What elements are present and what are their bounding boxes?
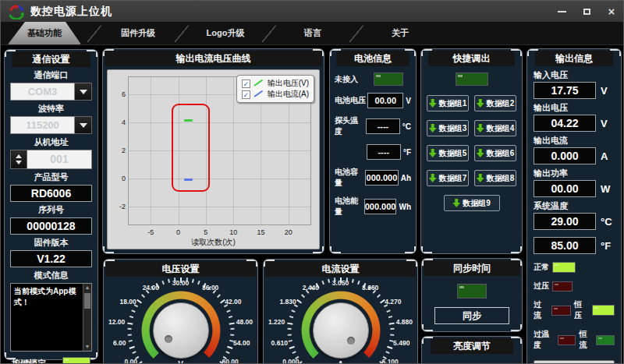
row-value: 29.00 <box>534 213 596 230</box>
download-icon <box>429 124 437 133</box>
slave-address-stepper[interactable]: 001 <box>10 150 92 169</box>
row-unit: V <box>406 97 411 105</box>
row-value: 000.000 <box>364 199 397 214</box>
legend-entry-current: ✓ 输出电流(A) <box>242 89 309 100</box>
status-label: 正常 <box>534 262 549 273</box>
battery-status-indicator <box>374 72 403 86</box>
voltage-knob[interactable] <box>153 302 209 359</box>
normal-indicator <box>552 262 576 273</box>
keylock-row: 按键锁定 <box>10 355 92 364</box>
constant-voltage-indicator <box>592 305 615 316</box>
panel-title: 电压设置 <box>105 261 256 277</box>
panel-output-info: 输出信息 输入电压 17.75 V 输出电压 04.22 V 输出电流 0.00… <box>526 48 622 364</box>
panel-title: 电池信息 <box>336 51 410 66</box>
checkbox-checked-icon[interactable]: ✓ <box>242 80 250 88</box>
legend-label: 输出电流(A) <box>268 89 309 100</box>
data-group-8-button[interactable]: 数据组8 <box>474 170 516 186</box>
tab-language[interactable]: 语言 <box>282 22 343 44</box>
data-group-4-button[interactable]: 数据组4 <box>474 120 516 136</box>
row-unit: °C <box>402 122 411 131</box>
series-sample-voltage <box>254 80 264 87</box>
scale-label: 60.00 <box>222 358 239 364</box>
keylock-indicator <box>62 357 90 364</box>
panel-title: 亮度调节 <box>431 338 513 354</box>
panel-output-curve: 输出电流电压曲线 -20246-505101520 读取次数(次) ✓ 输出电压… <box>102 48 324 254</box>
sync-button[interactable]: 同步 <box>434 307 509 324</box>
comm-port-select[interactable]: COM3 <box>10 83 92 101</box>
panel-title: 输出电流电压曲线 <box>105 51 322 66</box>
scale-label: 2.440 <box>303 284 319 292</box>
tab-logo-upgrade[interactable]: Logo升级 <box>195 22 256 44</box>
download-icon <box>477 124 484 133</box>
status-overtemp-cc-row: 过温度 恒流 <box>534 329 615 351</box>
system-temp-label: 系统温度 <box>534 200 615 212</box>
tab-firmware-upgrade[interactable]: 固件升级 <box>108 22 168 44</box>
series-sample-current <box>254 90 264 98</box>
overvoltage-indicator <box>552 281 573 292</box>
data-group-9-button[interactable]: 数据组9 <box>444 195 500 211</box>
close-icon[interactable]: × <box>604 5 619 18</box>
status-label: 恒流 <box>579 329 593 351</box>
stepper-arrows-icon[interactable] <box>10 150 27 169</box>
status-overcurrent-cv-row: 过流 恒压 <box>534 299 615 321</box>
scale-label: 6.100 <box>382 358 399 364</box>
knob-unit-label: A <box>338 360 343 364</box>
row-unit: W <box>601 183 610 195</box>
scale-label: 6.00 <box>113 339 126 347</box>
data-group-1-button[interactable]: 数据组1 <box>427 95 469 111</box>
panel-current-setting: 电流设置 0.000 0.610 1.220 1.830 2.440 3.050… <box>263 259 418 364</box>
baud-rate-label: 波特率 <box>10 103 92 115</box>
output-power-label: 输出功率 <box>534 168 615 179</box>
row-unit: Wh <box>399 203 411 211</box>
scrollbar-thumb[interactable] <box>84 293 90 309</box>
scale-label: 42.00 <box>225 298 241 306</box>
scroll-down-icon[interactable]: ▼ <box>83 343 91 351</box>
tab-about[interactable]: 关于 <box>370 22 431 44</box>
checkbox-checked-icon[interactable]: ✓ <box>242 90 250 99</box>
download-icon <box>477 149 484 157</box>
scrollbar[interactable]: ▲ ▼ <box>83 284 91 351</box>
battery-energy-row: 电池能量 000.000 Wh <box>335 196 411 217</box>
tab-separator <box>256 22 282 44</box>
chevron-down-icon[interactable] <box>75 116 92 134</box>
tab-basic-functions[interactable]: 基础功能 <box>8 22 81 44</box>
app-logo-icon <box>7 4 26 19</box>
row-unit: °F <box>601 240 611 252</box>
row-unit: A <box>601 150 608 162</box>
scroll-up-icon[interactable]: ▲ <box>83 284 91 292</box>
input-voltage-row: 17.75 V <box>534 82 615 99</box>
tab-separator <box>81 22 108 44</box>
data-group-3-button[interactable]: 数据组3 <box>427 120 469 136</box>
data-group-grid: 数据组1 数据组2 数据组3 数据组4 数据组5 数据组6 数据组7 数据组8 <box>427 95 516 186</box>
chart-legend: ✓ 输出电压(V) ✓ 输出电流(A) <box>236 75 314 103</box>
current-knob[interactable] <box>313 302 369 359</box>
download-icon <box>452 199 460 207</box>
mode-info-message: 当前模式为App模式！ <box>14 287 76 306</box>
scale-label: 0.00 <box>125 358 138 364</box>
row-value: 000.000 <box>365 170 399 186</box>
scale-label: 4.880 <box>396 318 413 326</box>
row-value: 04.22 <box>534 115 596 132</box>
not-connected-label: 未接入 <box>335 74 369 85</box>
data-group-7-button[interactable]: 数据组7 <box>427 170 469 186</box>
download-icon <box>429 99 437 108</box>
data-group-2-button[interactable]: 数据组2 <box>474 95 516 111</box>
output-close-button[interactable]: 关闭 <box>534 360 615 364</box>
baud-rate-select[interactable]: 115200 <box>10 116 92 134</box>
battery-capacity-row: 电池容量 000.000 Ah <box>335 167 411 189</box>
voltage-knob-zone: 0.00 6.00 12.00 18.00 24.00 30.00 36.00 … <box>110 278 252 364</box>
scale-label: 36.00 <box>202 284 218 292</box>
panel-title: 快捷调出 <box>428 51 515 66</box>
tab-bar: 基础功能 固件升级 Logo升级 语言 关于 <box>1 22 623 45</box>
chevron-down-icon[interactable] <box>75 83 92 101</box>
scale-label: 5.490 <box>393 339 410 347</box>
maximize-icon[interactable] <box>580 5 594 18</box>
data-group-6-button[interactable]: 数据组6 <box>474 145 516 161</box>
scale-label: 1.830 <box>280 298 296 306</box>
scale-label: 0.610 <box>271 339 288 347</box>
minimize-icon[interactable] <box>555 5 569 18</box>
download-icon <box>429 174 437 182</box>
data-group-5-button[interactable]: 数据组5 <box>427 145 469 161</box>
overtemp-indicator <box>558 335 576 345</box>
row-unit: V <box>601 118 608 129</box>
